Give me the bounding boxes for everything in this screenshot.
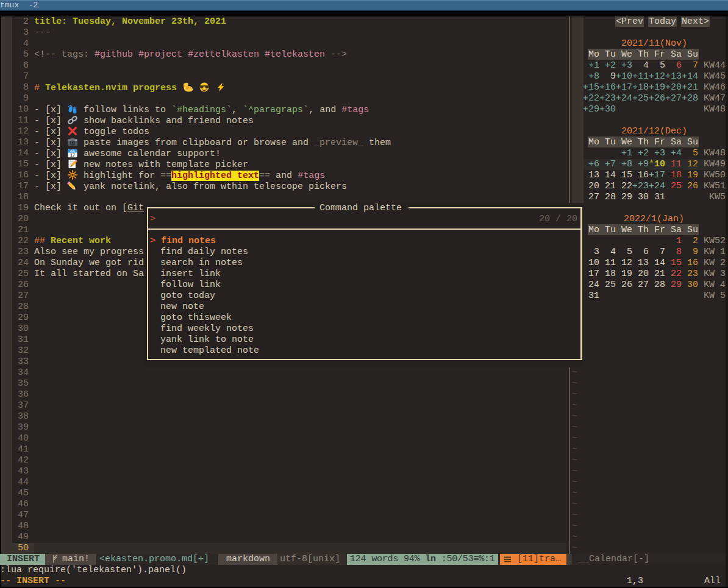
svg-text:17: 17 — [70, 153, 75, 157]
